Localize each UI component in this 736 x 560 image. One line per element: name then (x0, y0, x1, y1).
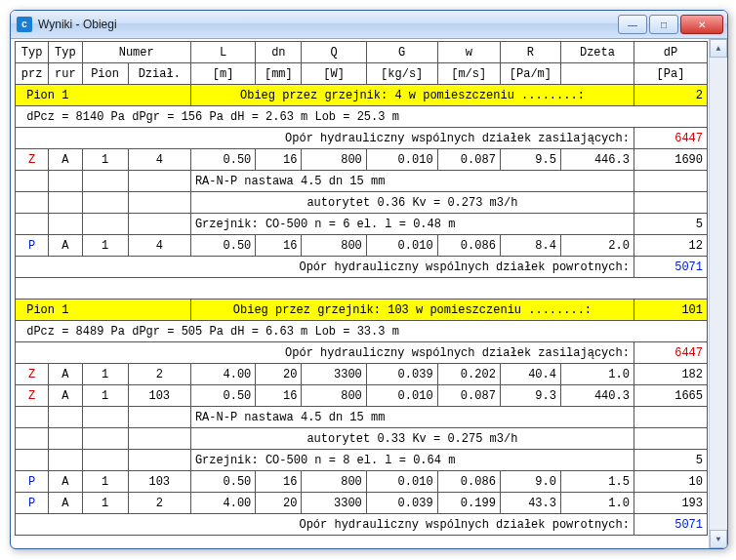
summary-row: dPcz = 8489 Pa dPgr = 505 Pa dH = 6.63 m… (16, 321, 708, 342)
cell (128, 171, 190, 192)
cell: 1 (82, 149, 128, 171)
cell: 3300 (302, 364, 366, 385)
cell (16, 171, 49, 192)
cell: 4 (128, 235, 190, 257)
minimize-button[interactable]: — (618, 15, 647, 34)
summary-text: dPcz = 8489 Pa dPgr = 505 Pa dH = 6.63 m… (16, 321, 708, 342)
cell (634, 428, 707, 450)
cell (128, 407, 190, 428)
valve-row: RA-N-P nastawa 4.5 dn 15 mm (16, 171, 708, 192)
cell: 2 (128, 493, 190, 514)
opor-zasil-value: 6447 (634, 128, 707, 149)
cell (16, 450, 49, 471)
radiator-row: Grzejnik: CO-500 n = 6 el. l = 0.48 m 5 (16, 214, 708, 235)
unit-R: [Pa/m] (500, 63, 560, 85)
vertical-scrollbar[interactable]: ▲ ▼ (709, 39, 727, 548)
return-row: PA12 4.002033000.039 0.19943.31.0193 (16, 493, 708, 514)
cell (634, 171, 707, 192)
cell: 1.5 (560, 471, 634, 493)
col-L: L (190, 42, 255, 63)
cell: 8.4 (500, 235, 560, 257)
cell (16, 407, 49, 428)
cell: Z (16, 385, 49, 407)
col-typ-prz: Typ (16, 42, 49, 63)
radiator-text: Grzejnik: CO-500 n = 8 el. l = 0.64 m (190, 450, 634, 471)
cell: 0.010 (366, 385, 437, 407)
scroll-area: Typ Typ Numer L dn Q G w R Dzeta dP prz (11, 39, 710, 548)
cell: 800 (302, 385, 366, 407)
cell: 0.50 (190, 149, 255, 171)
scroll-up-arrow[interactable]: ▲ (710, 39, 727, 58)
cell (49, 214, 82, 235)
opor-zasil-label: Opór hydrauliczny wspólnych działek zasi… (16, 128, 634, 149)
scroll-down-arrow[interactable]: ▼ (710, 530, 727, 548)
cell (82, 214, 128, 235)
cell: 103 (128, 385, 190, 407)
unit-pion: Pion (82, 63, 128, 85)
cell: A (49, 493, 82, 514)
opor-powr-row: Opór hydrauliczny wspólnych działek powr… (16, 257, 708, 278)
cell: 0.010 (366, 471, 437, 493)
cell: 0.202 (437, 364, 500, 385)
col-Dzeta: Dzeta (560, 42, 634, 63)
cell: 0.50 (190, 471, 255, 493)
obieg-text: Obieg przez grzejnik: 4 w pomieszczeniu … (190, 85, 634, 106)
cell (82, 428, 128, 450)
unit-Dzeta (560, 63, 634, 85)
titlebar[interactable]: c Wyniki - Obiegi — □ ✕ (11, 11, 727, 39)
results-window: c Wyniki - Obiegi — □ ✕ Typ Typ Numer (10, 10, 728, 549)
cell: 1 (82, 385, 128, 407)
scroll-track[interactable] (710, 57, 727, 531)
obieg-text: Obieg przez grzejnik: 103 w pomieszczeni… (190, 300, 634, 321)
pion-header-row: Pion 1 Obieg przez grzejnik: 103 w pomie… (16, 300, 708, 321)
supply-row: ZA12 4.002033000.039 0.20240.41.0182 (16, 364, 708, 385)
unit-dzial: Dział. (128, 63, 190, 85)
cell: P (16, 471, 49, 493)
obieg-num: 2 (634, 85, 707, 106)
cell: 4.00 (190, 364, 255, 385)
cell (128, 428, 190, 450)
supply-row: ZA14 0.50168000.010 0.0879.5446.31690 (16, 149, 708, 171)
cell: 1 (82, 235, 128, 257)
close-button[interactable]: ✕ (680, 15, 723, 34)
cell: 0.50 (190, 385, 255, 407)
unit-w: [m/s] (437, 63, 500, 85)
valve-text2: autorytet 0.36 Kv = 0.273 m3/h (190, 192, 634, 214)
cell: A (49, 149, 82, 171)
valve-text: RA-N-P nastawa 4.5 dn 15 mm (190, 407, 634, 428)
opor-zasil-row: Opór hydrauliczny wspólnych działek zasi… (16, 128, 708, 149)
cell: 20 (256, 364, 302, 385)
col-numer: Numer (82, 42, 190, 63)
cell: 1 (82, 493, 128, 514)
cell: 3300 (302, 493, 366, 514)
unit-Q: [W] (302, 63, 366, 85)
cell: 1 (82, 364, 128, 385)
opor-powr-value: 5071 (634, 257, 707, 278)
summary-text: dPcz = 8140 Pa dPgr = 156 Pa dH = 2.63 m… (16, 106, 708, 128)
cell (49, 171, 82, 192)
cell (634, 407, 707, 428)
cell (49, 192, 82, 214)
cell: A (49, 471, 82, 493)
cell: 4.00 (190, 493, 255, 514)
maximize-button[interactable]: □ (649, 15, 678, 34)
opor-powr-value: 5071 (634, 514, 707, 536)
col-G: G (366, 42, 437, 63)
cell: 40.4 (500, 364, 560, 385)
cell: 16 (256, 471, 302, 493)
valve-text: RA-N-P nastawa 4.5 dn 15 mm (190, 171, 634, 192)
results-table: Typ Typ Numer L dn Q G w R Dzeta dP prz (15, 41, 708, 536)
cell: Z (16, 364, 49, 385)
valve-row2: autorytet 0.36 Kv = 0.273 m3/h (16, 192, 708, 214)
pion-header-row: Pion 1 Obieg przez grzejnik: 4 w pomiesz… (16, 85, 708, 106)
cell: 440.3 (560, 385, 634, 407)
cell: 0.086 (437, 235, 500, 257)
cell: 9.3 (500, 385, 560, 407)
cell: A (49, 235, 82, 257)
cell: 103 (128, 471, 190, 493)
cell (128, 450, 190, 471)
cell (82, 192, 128, 214)
radiator-row: Grzejnik: CO-500 n = 8 el. l = 0.64 m 5 (16, 450, 708, 471)
cell (82, 407, 128, 428)
return-row: PA1103 0.50168000.010 0.0869.01.510 (16, 471, 708, 493)
